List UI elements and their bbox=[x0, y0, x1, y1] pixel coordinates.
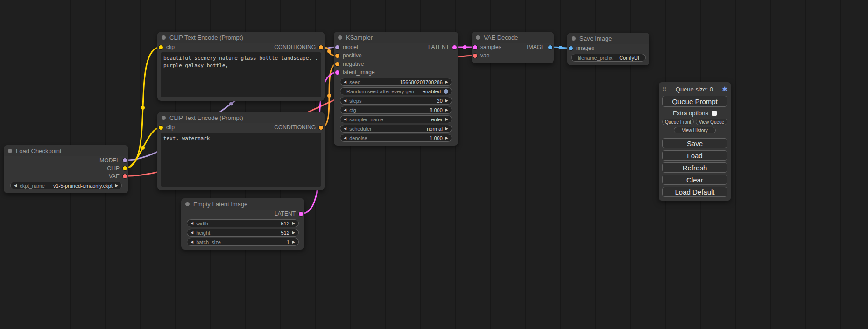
widget-cfg[interactable]: ◀ cfg 8.000 ▶ bbox=[340, 106, 452, 114]
arrow-right-icon[interactable]: ▶ bbox=[445, 80, 448, 84]
widget-filename-prefix[interactable]: filename_prefix ComfyUI bbox=[571, 54, 646, 62]
input-port-clip[interactable] bbox=[159, 126, 163, 130]
input-port-model[interactable] bbox=[335, 45, 339, 49]
view-history-button[interactable]: View History bbox=[674, 127, 716, 133]
widget-label: sampler_name bbox=[349, 117, 383, 122]
widget-value: 20 bbox=[437, 98, 443, 104]
arrow-right-icon[interactable]: ▶ bbox=[115, 183, 118, 188]
widget-batch-size[interactable]: ◀ batch_size 1 ▶ bbox=[187, 238, 299, 246]
node-load-checkpoint[interactable]: Load Checkpoint MODEL CLIP VAE ◀ ckpt_na… bbox=[4, 145, 128, 193]
extra-options-label: Extra options bbox=[673, 110, 708, 117]
queue-prompt-button[interactable]: Queue Prompt bbox=[662, 96, 727, 107]
arrow-left-icon[interactable]: ◀ bbox=[191, 221, 193, 225]
arrow-right-icon[interactable]: ▶ bbox=[445, 98, 448, 103]
collapse-dot[interactable] bbox=[8, 149, 12, 153]
collapse-dot[interactable] bbox=[185, 202, 190, 206]
arrow-left-icon[interactable]: ◀ bbox=[344, 117, 346, 121]
drag-handle-icon[interactable]: ⠿ bbox=[662, 86, 667, 93]
arrow-left-icon[interactable]: ◀ bbox=[14, 183, 17, 188]
input-port-images[interactable] bbox=[569, 46, 573, 50]
collapse-dot[interactable] bbox=[476, 35, 480, 40]
output-port-latent[interactable] bbox=[299, 212, 303, 216]
collapse-dot[interactable] bbox=[572, 36, 576, 41]
view-queue-button[interactable]: View Queue bbox=[696, 119, 727, 125]
output-label-latent: LATENT bbox=[275, 210, 296, 217]
widget-ckpt-name[interactable]: ◀ ckpt_name v1-5-pruned-emaonly.ckpt ▶ bbox=[10, 182, 122, 189]
arrow-left-icon[interactable]: ◀ bbox=[344, 98, 346, 103]
collapse-dot[interactable] bbox=[162, 116, 166, 120]
arrow-right-icon[interactable]: ▶ bbox=[445, 117, 448, 121]
node-clip-text-encode-positive[interactable]: CLIP Text Encode (Prompt) clip CONDITION… bbox=[157, 32, 325, 101]
node-canvas[interactable]: Load Checkpoint MODEL CLIP VAE ◀ ckpt_na… bbox=[0, 0, 868, 329]
arrow-right-icon[interactable]: ▶ bbox=[445, 126, 448, 131]
collapse-dot[interactable] bbox=[338, 35, 342, 40]
extra-options-checkbox[interactable] bbox=[712, 111, 717, 116]
prompt-textarea[interactable]: beautiful scenery nature glass bottle la… bbox=[161, 52, 321, 97]
node-title: VAE Decode bbox=[484, 34, 518, 41]
widget-label: height bbox=[196, 230, 210, 236]
arrow-left-icon[interactable]: ◀ bbox=[344, 126, 346, 131]
node-title-bar[interactable]: Load Checkpoint bbox=[4, 145, 128, 156]
arrow-left-icon[interactable]: ◀ bbox=[191, 231, 193, 235]
output-port-vae[interactable] bbox=[123, 174, 127, 178]
prompt-textarea[interactable]: text, watermark bbox=[161, 133, 321, 187]
queue-size-label: Queue size: 0 bbox=[667, 86, 722, 93]
save-button[interactable]: Save bbox=[662, 138, 727, 148]
widget-height[interactable]: ◀ height 512 ▶ bbox=[187, 229, 299, 237]
input-port-clip[interactable] bbox=[159, 45, 163, 49]
widget-label: batch_size bbox=[196, 239, 221, 245]
output-port-clip[interactable] bbox=[123, 166, 127, 170]
arrow-right-icon[interactable]: ▶ bbox=[292, 240, 295, 244]
node-title-bar[interactable]: Save Image bbox=[567, 33, 649, 44]
widget-value: 8.000 bbox=[430, 107, 443, 113]
node-clip-text-encode-negative[interactable]: CLIP Text Encode (Prompt) clip CONDITION… bbox=[157, 112, 325, 190]
output-port-image[interactable] bbox=[548, 45, 552, 49]
arrow-left-icon[interactable]: ◀ bbox=[191, 240, 193, 244]
settings-gear-icon[interactable]: ✱ bbox=[722, 85, 727, 93]
node-title: Empty Latent Image bbox=[193, 201, 247, 208]
arrow-right-icon[interactable]: ▶ bbox=[292, 221, 295, 225]
queue-front-button[interactable]: Queue Front bbox=[662, 119, 694, 125]
arrow-left-icon[interactable]: ◀ bbox=[344, 108, 346, 112]
load-default-button[interactable]: Load Default bbox=[662, 187, 727, 197]
arrow-right-icon[interactable]: ▶ bbox=[445, 136, 448, 140]
widget-seed[interactable]: ◀ seed 156680208700286 ▶ bbox=[340, 78, 452, 86]
node-save-image[interactable]: Save Image images filename_prefix ComfyU… bbox=[567, 33, 649, 65]
node-title-bar[interactable]: Empty Latent Image bbox=[181, 198, 304, 210]
input-label-vae: vae bbox=[480, 52, 489, 59]
node-vae-decode[interactable]: VAE Decode samples IMAGE vae bbox=[472, 32, 554, 63]
widget-scheduler[interactable]: ◀ scheduler normal ▶ bbox=[340, 125, 452, 133]
input-port-samples[interactable] bbox=[473, 45, 477, 49]
arrow-right-icon[interactable]: ▶ bbox=[445, 108, 448, 112]
widget-label: seed bbox=[349, 79, 360, 85]
collapse-dot[interactable] bbox=[162, 35, 166, 40]
output-port-latent[interactable] bbox=[452, 45, 457, 49]
widget-steps[interactable]: ◀ steps 20 ▶ bbox=[340, 97, 452, 105]
widget-value: 156680208700286 bbox=[400, 79, 443, 85]
arrow-right-icon[interactable]: ▶ bbox=[292, 231, 295, 235]
output-port-conditioning[interactable] bbox=[319, 45, 323, 49]
input-port-vae[interactable] bbox=[473, 54, 477, 58]
toggle-knob[interactable] bbox=[444, 89, 448, 94]
node-empty-latent-image[interactable]: Empty Latent Image LATENT ◀ width 512 ▶ … bbox=[181, 198, 304, 250]
node-title-bar[interactable]: VAE Decode bbox=[472, 32, 554, 43]
widget-sampler-name[interactable]: ◀ sampler_name euler ▶ bbox=[340, 115, 452, 123]
arrow-left-icon[interactable]: ◀ bbox=[344, 80, 346, 84]
output-port-model[interactable] bbox=[123, 158, 127, 162]
input-port-positive[interactable] bbox=[335, 54, 339, 58]
node-title-bar[interactable]: KSampler bbox=[334, 32, 458, 43]
arrow-left-icon[interactable]: ◀ bbox=[344, 136, 346, 140]
widget-value: ComfyUI bbox=[619, 55, 639, 61]
clear-button[interactable]: Clear bbox=[662, 175, 727, 185]
load-button[interactable]: Load bbox=[662, 150, 727, 161]
node-title-bar[interactable]: CLIP Text Encode (Prompt) bbox=[157, 32, 325, 43]
input-port-latent-image[interactable] bbox=[335, 70, 339, 75]
output-port-conditioning[interactable] bbox=[319, 126, 323, 130]
widget-width[interactable]: ◀ width 512 ▶ bbox=[187, 219, 299, 227]
refresh-button[interactable]: Refresh bbox=[662, 162, 727, 173]
input-port-negative[interactable] bbox=[335, 62, 339, 66]
widget-denoise[interactable]: ◀ denoise 1.000 ▶ bbox=[340, 134, 452, 142]
node-title-bar[interactable]: CLIP Text Encode (Prompt) bbox=[157, 112, 325, 123]
widget-random-seed-toggle[interactable]: Random seed after every gen enabled bbox=[340, 87, 452, 95]
node-ksampler[interactable]: KSampler model LATENT positive negative … bbox=[334, 32, 458, 146]
